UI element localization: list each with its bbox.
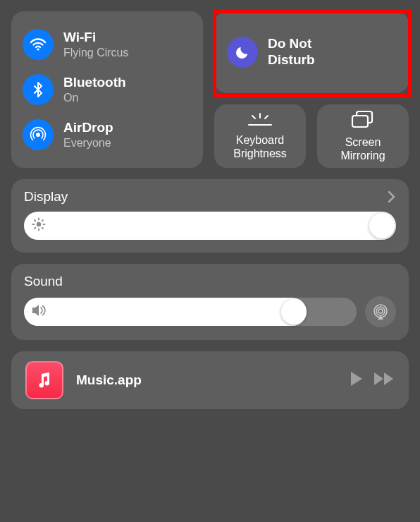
play-button[interactable] [350, 371, 364, 389]
airdrop-icon [23, 119, 54, 150]
svg-point-0 [37, 49, 39, 51]
music-app-icon [25, 361, 63, 399]
wifi-toggle[interactable]: Wi-Fi Flying Circus [23, 29, 192, 60]
sound-volume-slider[interactable] [24, 298, 357, 326]
screen-mirroring-label-1: Screen [340, 135, 385, 149]
svg-rect-7 [352, 116, 368, 127]
now-playing-app: Music.app [76, 372, 337, 388]
keyboard-brightness-button[interactable]: Keyboard Brightness [214, 104, 306, 168]
wifi-icon [23, 29, 54, 60]
screen-mirroring-icon [351, 110, 375, 130]
keyboard-brightness-label-2: Brightness [233, 147, 287, 160]
screen-mirroring-label-2: Mirroring [340, 149, 385, 162]
svg-point-1 [36, 133, 40, 137]
moon-icon [227, 37, 258, 68]
airdrop-toggle[interactable]: AirDrop Everyone [23, 119, 192, 150]
dnd-label-1: Do Not [268, 36, 315, 52]
display-title: Display [24, 189, 68, 205]
brightness-low-icon [31, 217, 47, 235]
airplay-icon [371, 303, 390, 321]
svg-line-14 [42, 228, 43, 229]
screen-mirroring-button[interactable]: Screen Mirroring [317, 104, 409, 168]
wifi-status: Flying Circus [63, 46, 128, 59]
do-not-disturb-toggle[interactable]: Do Not Disturb [214, 11, 409, 93]
bluetooth-icon [23, 74, 54, 105]
control-center: Wi-Fi Flying Circus Bluetooth On [0, 0, 420, 420]
bluetooth-toggle[interactable]: Bluetooth On [23, 74, 192, 105]
next-track-button[interactable] [373, 372, 395, 389]
svg-line-15 [35, 228, 35, 229]
svg-line-16 [42, 220, 43, 221]
svg-line-4 [265, 116, 268, 119]
display-brightness-slider[interactable] [24, 212, 396, 240]
dnd-label-2: Disturb [268, 52, 315, 68]
bluetooth-status: On [63, 91, 126, 104]
svg-point-18 [376, 307, 385, 315]
svg-point-8 [37, 222, 41, 226]
wifi-title: Wi-Fi [63, 30, 128, 46]
airdrop-status: Everyone [63, 136, 113, 150]
now-playing-panel[interactable]: Music.app [11, 351, 409, 409]
sound-panel: Sound [11, 264, 409, 340]
airplay-audio-button[interactable] [365, 296, 396, 327]
svg-point-17 [378, 309, 383, 313]
sound-title: Sound [24, 274, 63, 289]
airdrop-title: AirDrop [63, 120, 113, 136]
display-panel: Display [11, 179, 409, 253]
keyboard-brightness-label-1: Keyboard [233, 133, 287, 147]
keyboard-brightness-icon [246, 112, 274, 128]
svg-line-3 [252, 116, 255, 119]
volume-icon [31, 303, 48, 320]
bluetooth-title: Bluetooth [63, 75, 126, 91]
chevron-right-icon[interactable] [388, 190, 396, 203]
svg-line-13 [35, 220, 35, 221]
connectivity-panel: Wi-Fi Flying Circus Bluetooth On [11, 11, 203, 168]
